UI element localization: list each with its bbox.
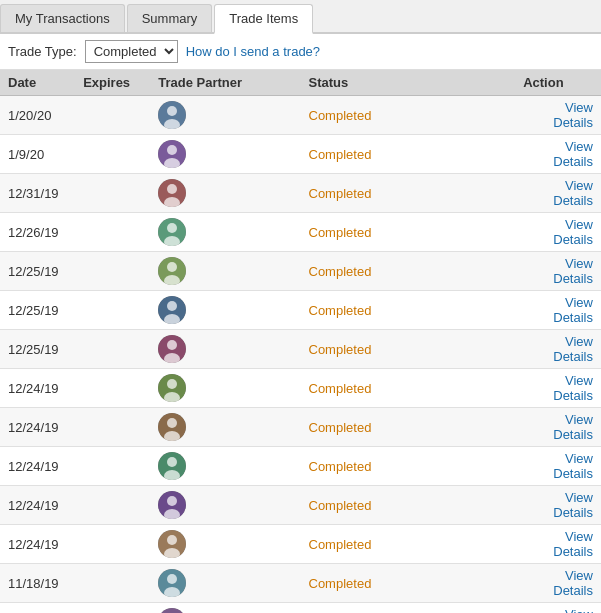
view-link[interactable]: View [523,217,593,232]
how-to-send-trade-link[interactable]: How do I send a trade? [186,44,320,59]
cell-status: Completed [301,369,516,408]
svg-point-1 [167,106,177,116]
cell-trade-partner [150,564,300,603]
details-link[interactable]: Details [523,388,593,403]
cell-action[interactable]: View Details [515,96,601,135]
details-link[interactable]: Details [523,271,593,286]
status-badge: Completed [309,264,372,279]
cell-status: Completed [301,525,516,564]
cell-status: Completed [301,408,516,447]
cell-expires [75,174,150,213]
cell-trade-partner [150,213,300,252]
avatar [158,101,186,129]
cell-action[interactable]: View Details [515,525,601,564]
cell-action[interactable]: View Details [515,564,601,603]
view-link[interactable]: View [523,334,593,349]
details-link[interactable]: Details [523,115,593,130]
cell-date: 12/24/19 [0,447,75,486]
status-badge: Completed [309,381,372,396]
view-link[interactable]: View [523,139,593,154]
details-link[interactable]: Details [523,193,593,208]
cell-date: 1/9/20 [0,135,75,174]
cell-action[interactable]: View Details [515,369,601,408]
status-badge: Completed [309,459,372,474]
cell-trade-partner [150,135,300,174]
cell-action[interactable]: View Details [515,447,601,486]
svg-point-25 [167,418,177,428]
cell-status: Completed [301,252,516,291]
view-link[interactable]: View [523,490,593,505]
details-link[interactable]: Details [523,427,593,442]
avatar [158,569,186,597]
details-link[interactable]: Details [523,505,593,520]
tab-trade-items[interactable]: Trade Items [214,4,313,34]
view-link[interactable]: View [523,100,593,115]
avatar [158,530,186,558]
avatar [158,257,186,285]
cell-expires [75,291,150,330]
svg-point-37 [167,574,177,584]
cell-date: 12/25/19 [0,330,75,369]
cell-status: Completed [301,135,516,174]
cell-action[interactable]: View Details [515,330,601,369]
details-link[interactable]: Details [523,349,593,364]
cell-action[interactable]: View Details [515,135,601,174]
view-link[interactable]: View [523,256,593,271]
view-link[interactable]: View [523,607,593,613]
cell-action[interactable]: View Details [515,252,601,291]
cell-action[interactable]: View Details [515,486,601,525]
svg-point-13 [167,262,177,272]
cell-action[interactable]: View Details [515,174,601,213]
cell-expires [75,330,150,369]
tab-bar: My Transactions Summary Trade Items [0,0,601,34]
view-link[interactable]: View [523,412,593,427]
view-link[interactable]: View [523,568,593,583]
view-link[interactable]: View [523,529,593,544]
cell-expires [75,213,150,252]
details-link[interactable]: Details [523,466,593,481]
avatar [158,491,186,519]
avatar [158,413,186,441]
avatar [158,296,186,324]
header-expires: Expires [75,70,150,96]
header-status: Status [301,70,516,96]
cell-trade-partner [150,252,300,291]
cell-status: Completed [301,330,516,369]
details-link[interactable]: Details [523,310,593,325]
cell-action[interactable]: View Details [515,213,601,252]
cell-action[interactable]: View Details [515,408,601,447]
cell-action[interactable]: View Details [515,291,601,330]
svg-point-7 [167,184,177,194]
view-link[interactable]: View [523,451,593,466]
cell-expires [75,447,150,486]
table-row: 12/26/19 Completed View Details [0,213,601,252]
details-link[interactable]: Details [523,232,593,247]
table-row: 1/9/20 Completed View Details [0,135,601,174]
header-action: Action [515,70,601,96]
cell-expires [75,252,150,291]
table-row: 9/1/19 Completed View Details [0,603,601,614]
cell-date: 12/31/19 [0,174,75,213]
details-link[interactable]: Details [523,154,593,169]
details-link[interactable]: Details [523,583,593,598]
cell-date: 1/20/20 [0,96,75,135]
details-link[interactable]: Details [523,544,593,559]
view-link[interactable]: View [523,178,593,193]
cell-trade-partner [150,603,300,614]
avatar [158,335,186,363]
header-trade-partner: Trade Partner [150,70,300,96]
status-badge: Completed [309,186,372,201]
status-badge: Completed [309,303,372,318]
status-badge: Completed [309,225,372,240]
cell-action[interactable]: View Details [515,603,601,614]
trade-type-select[interactable]: Completed Pending Declined All [85,40,178,63]
cell-trade-partner [150,174,300,213]
trade-table: Date Expires Trade Partner Status Action… [0,70,601,613]
view-link[interactable]: View [523,295,593,310]
cell-date: 12/24/19 [0,369,75,408]
table-row: 12/24/19 Completed View Details [0,447,601,486]
tab-my-transactions[interactable]: My Transactions [0,4,125,32]
tab-summary[interactable]: Summary [127,4,213,32]
view-link[interactable]: View [523,373,593,388]
cell-expires [75,96,150,135]
